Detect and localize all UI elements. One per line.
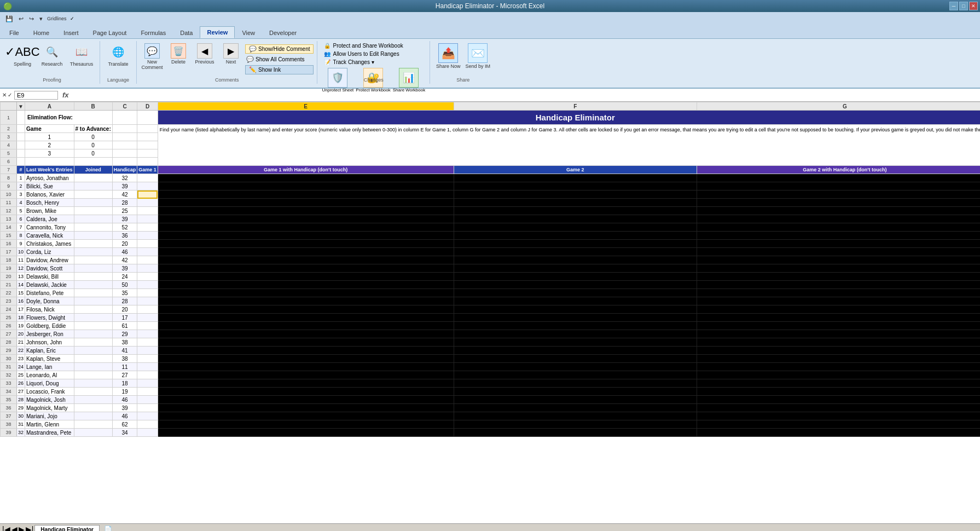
cell-advance2: 0 xyxy=(74,141,112,149)
player-handicap: 50 xyxy=(112,281,137,289)
col-head-row[interactable]: ▼ xyxy=(17,102,25,111)
next-comment-btn[interactable]: ▶ Next xyxy=(219,42,243,66)
thesaurus-btn[interactable]: 📖 Thesaurus xyxy=(68,42,95,68)
tab-page-layout[interactable]: Page Layout xyxy=(86,26,134,38)
player-game1[interactable] xyxy=(137,297,158,305)
tab-formulas[interactable]: Formulas xyxy=(134,26,173,38)
gridlines-check[interactable]: ✓ xyxy=(70,16,74,21)
sheet-nav-last[interactable]: ▶| xyxy=(26,525,34,532)
player-game1[interactable] xyxy=(137,314,158,322)
new-comment-btn[interactable]: 💬 New Comment xyxy=(140,42,164,72)
player-game1[interactable] xyxy=(137,396,158,404)
cell-r3e xyxy=(137,133,158,141)
col-head-D[interactable]: D xyxy=(137,102,158,111)
save-qat-btn[interactable]: 💾 xyxy=(4,15,14,22)
player-game1[interactable] xyxy=(137,256,158,264)
player-game1[interactable] xyxy=(137,240,158,248)
player-game1[interactable] xyxy=(137,404,158,412)
player-game1[interactable] xyxy=(137,412,158,420)
player-game1[interactable] xyxy=(137,379,158,388)
tab-review[interactable]: Review xyxy=(200,26,235,38)
send-by-im-btn[interactable]: ✉️ Send by IM xyxy=(464,42,491,71)
player-game1[interactable] xyxy=(137,215,158,223)
player-num: 20 xyxy=(17,330,25,338)
col-head-A[interactable]: A xyxy=(25,102,74,111)
player-name: Mastrandrea, Pete xyxy=(25,429,74,437)
close-btn[interactable]: ✕ xyxy=(969,2,978,10)
tab-file[interactable]: File xyxy=(2,26,26,38)
redo-qat-btn[interactable]: ↪ xyxy=(28,15,35,22)
player-game1[interactable] xyxy=(137,388,158,396)
qat-dropdown-btn[interactable]: ▾ xyxy=(38,15,44,22)
player-handicap: 38 xyxy=(112,338,137,347)
player-game1[interactable] xyxy=(137,199,158,207)
player-joined xyxy=(74,256,112,264)
player-game1[interactable] xyxy=(137,223,158,232)
minimize-btn[interactable]: ─ xyxy=(949,2,958,10)
show-all-comments-btn[interactable]: 💬 Show All Comments xyxy=(245,55,314,64)
player-game1[interactable] xyxy=(137,232,158,240)
share-now-btn[interactable]: 📤 Share Now xyxy=(434,42,462,71)
sheet-tab-handicap[interactable]: Handicap Eliminator xyxy=(34,525,100,532)
player-game1[interactable] xyxy=(137,248,158,256)
show-hide-comment-btn[interactable]: 💬 Show/Hide Comment xyxy=(245,44,314,54)
player-game1[interactable] xyxy=(137,420,158,429)
sheet-nav-first[interactable]: |◀ xyxy=(2,525,10,532)
locked-cell2 xyxy=(454,314,697,322)
player-game1[interactable] xyxy=(137,281,158,289)
player-game1[interactable] xyxy=(137,371,158,379)
locked-cell xyxy=(158,429,454,437)
player-game1[interactable] xyxy=(137,305,158,314)
tab-insert[interactable]: Insert xyxy=(56,26,86,38)
player-game1[interactable] xyxy=(137,355,158,363)
player-game1[interactable] xyxy=(137,207,158,215)
col-head-F[interactable]: F xyxy=(454,102,697,111)
spelling-btn[interactable]: ✓ABC Spelling xyxy=(9,42,36,68)
col-head-E[interactable]: E xyxy=(158,102,454,111)
prev-comment-btn[interactable]: ◀ Previous xyxy=(193,42,217,66)
row-num: 22 xyxy=(1,289,17,297)
locked-cell3 xyxy=(697,379,980,388)
locked-cell3 xyxy=(697,289,980,297)
undo-qat-btn[interactable]: ↩ xyxy=(18,15,25,22)
player-game1[interactable] xyxy=(137,330,158,338)
track-changes-btn[interactable]: 📝 Track Changes ▾ xyxy=(322,59,425,66)
sheet-nav-prev[interactable]: ◀ xyxy=(11,525,18,532)
show-ink-icon: ✏️ xyxy=(249,66,257,73)
sheet-tab-add-icon[interactable]: 📄 xyxy=(104,526,112,532)
show-hide-comment-label: Show/Hide Comment xyxy=(258,46,310,52)
col-head-B[interactable]: B xyxy=(74,102,112,111)
player-game1[interactable] xyxy=(137,347,158,355)
translate-btn[interactable]: 🌐 Translate xyxy=(105,42,132,68)
player-game1[interactable] xyxy=(137,264,158,273)
col-head-C[interactable]: C xyxy=(112,102,137,111)
show-ink-btn[interactable]: ✏️ Show Ink xyxy=(245,65,314,74)
player-game1[interactable] xyxy=(137,174,158,182)
allow-users-btn[interactable]: 👥 Allow Users to Edit Ranges xyxy=(322,50,425,57)
player-handicap: 18 xyxy=(112,379,137,388)
player-game1[interactable] xyxy=(137,322,158,330)
player-game1[interactable] xyxy=(137,363,158,371)
tab-view[interactable]: View xyxy=(235,26,262,38)
col-head-G[interactable]: G xyxy=(697,102,980,111)
research-btn[interactable]: 🔍 Research xyxy=(38,42,66,68)
delete-comment-btn[interactable]: 🗑️ Delete xyxy=(166,42,190,66)
sheet-nav-next[interactable]: ▶ xyxy=(19,525,25,532)
player-game1[interactable] xyxy=(137,191,158,199)
player-game1[interactable] xyxy=(137,429,158,437)
tab-developer[interactable]: Developer xyxy=(262,26,304,38)
player-row: 21 14 Delawski, Jackie 50 xyxy=(1,281,981,289)
player-name: Martin, Glenn xyxy=(25,420,74,429)
protect-share-workbook-btn[interactable]: 🔒 Protect and Share Workbook xyxy=(322,42,425,49)
player-handicap: 20 xyxy=(112,305,137,314)
player-game1[interactable] xyxy=(137,289,158,297)
formula-input[interactable] xyxy=(73,92,978,99)
player-game1[interactable] xyxy=(137,182,158,191)
player-game1[interactable] xyxy=(137,338,158,347)
player-name: Mariani, Jojo xyxy=(25,412,74,420)
name-box[interactable] xyxy=(14,91,58,100)
tab-data[interactable]: Data xyxy=(173,26,200,38)
tab-home[interactable]: Home xyxy=(26,26,56,38)
player-game1[interactable] xyxy=(137,273,158,281)
maximize-btn[interactable]: □ xyxy=(959,2,968,10)
